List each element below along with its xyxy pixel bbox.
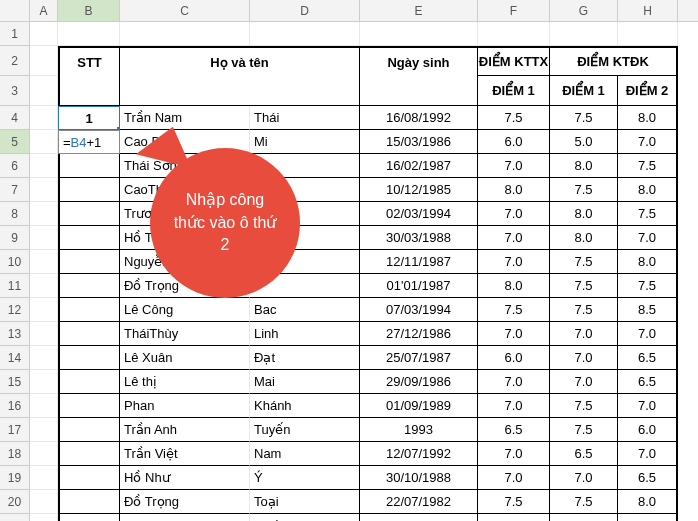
- row-header-20[interactable]: 20: [0, 490, 30, 514]
- cell-G21[interactable]: 7.0: [550, 514, 618, 521]
- cell-A11[interactable]: [30, 274, 58, 298]
- cell-H8[interactable]: 7.5: [618, 202, 678, 226]
- cell-A19[interactable]: [30, 466, 58, 490]
- cell-E14[interactable]: 25/07/1987: [360, 346, 478, 370]
- cell-F9[interactable]: 7.0: [478, 226, 550, 250]
- cell-F13[interactable]: 7.0: [478, 322, 550, 346]
- cell-G17[interactable]: 7.5: [550, 418, 618, 442]
- cell-G16[interactable]: 7.5: [550, 394, 618, 418]
- cell-F15[interactable]: 7.0: [478, 370, 550, 394]
- row-header-21[interactable]: 21: [0, 514, 30, 521]
- cell-G1[interactable]: [550, 22, 618, 46]
- cell-A14[interactable]: [30, 346, 58, 370]
- row-header-16[interactable]: 16: [0, 394, 30, 418]
- cell-H14[interactable]: 6.5: [618, 346, 678, 370]
- cell-C14[interactable]: Lê Xuân: [120, 346, 250, 370]
- cell-G15[interactable]: 7.0: [550, 370, 618, 394]
- row-header-15[interactable]: 15: [0, 370, 30, 394]
- cell-G11[interactable]: 7.5: [550, 274, 618, 298]
- cell-F19[interactable]: 7.0: [478, 466, 550, 490]
- col-header-C[interactable]: C: [120, 0, 250, 21]
- cell-E7[interactable]: 10/12/1985: [360, 178, 478, 202]
- row-header-5[interactable]: 5: [0, 130, 30, 154]
- cell-D20[interactable]: Toại: [250, 490, 360, 514]
- cell-E18[interactable]: 12/07/1992: [360, 442, 478, 466]
- cell-C12[interactable]: Lê Công: [120, 298, 250, 322]
- header-diem1-g[interactable]: ĐIỂM 1: [550, 76, 618, 106]
- row-header-10[interactable]: 10: [0, 250, 30, 274]
- cell-E5[interactable]: 15/03/1986: [360, 130, 478, 154]
- cell-C21[interactable]: Lê Công: [120, 514, 250, 521]
- cell-C17[interactable]: Trần Anh: [120, 418, 250, 442]
- cell-E3[interactable]: [360, 76, 478, 106]
- cell-H9[interactable]: 7.0: [618, 226, 678, 250]
- row-header-3[interactable]: 3: [0, 76, 30, 106]
- cell-G20[interactable]: 7.5: [550, 490, 618, 514]
- row-header-19[interactable]: 19: [0, 466, 30, 490]
- cell-E19[interactable]: 30/10/1988: [360, 466, 478, 490]
- col-header-A[interactable]: A: [30, 0, 58, 21]
- cell-H21[interactable]: 7.5: [618, 514, 678, 521]
- cell-B10[interactable]: [58, 250, 120, 274]
- row-header-18[interactable]: 18: [0, 442, 30, 466]
- cell-C15[interactable]: Lê thị: [120, 370, 250, 394]
- cell-A15[interactable]: [30, 370, 58, 394]
- row-header-7[interactable]: 7: [0, 178, 30, 202]
- cell-A4[interactable]: [30, 106, 58, 130]
- row-header-2[interactable]: 2: [0, 46, 30, 76]
- col-header-D[interactable]: D: [250, 0, 360, 21]
- cell-C20[interactable]: Đồ Trọng: [120, 490, 250, 514]
- col-header-G[interactable]: G: [550, 0, 618, 21]
- header-diem2-h[interactable]: ĐIỂM 2: [618, 76, 678, 106]
- col-header-B[interactable]: B: [58, 0, 120, 21]
- cell-E20[interactable]: 22/07/1982: [360, 490, 478, 514]
- row-header-14[interactable]: 14: [0, 346, 30, 370]
- row-header-17[interactable]: 17: [0, 418, 30, 442]
- cell-B18[interactable]: [58, 442, 120, 466]
- cell-A17[interactable]: [30, 418, 58, 442]
- cell-B12[interactable]: [58, 298, 120, 322]
- col-header-H[interactable]: H: [618, 0, 678, 21]
- cell-B1[interactable]: [58, 22, 120, 46]
- row-header-4[interactable]: 4: [0, 106, 30, 130]
- cell-A9[interactable]: [30, 226, 58, 250]
- cell-A2[interactable]: [30, 46, 58, 76]
- cell-F6[interactable]: 7.0: [478, 154, 550, 178]
- cell-C16[interactable]: Phan: [120, 394, 250, 418]
- header-stt[interactable]: STT: [58, 46, 120, 76]
- cell-E4[interactable]: 16/08/1992: [360, 106, 478, 130]
- cell-C13[interactable]: TháiThùy: [120, 322, 250, 346]
- cell-B3[interactable]: [58, 76, 120, 106]
- cell-C1[interactable]: [120, 22, 250, 46]
- cell-G6[interactable]: 8.0: [550, 154, 618, 178]
- row-header-13[interactable]: 13: [0, 322, 30, 346]
- cell-H10[interactable]: 8.0: [618, 250, 678, 274]
- cell-B19[interactable]: [58, 466, 120, 490]
- cell-H13[interactable]: 7.0: [618, 322, 678, 346]
- header-kttx[interactable]: ĐIỂM KTTX: [478, 46, 550, 76]
- cell-F5[interactable]: 6.0: [478, 130, 550, 154]
- cell-B7[interactable]: [58, 178, 120, 202]
- cell-A10[interactable]: [30, 250, 58, 274]
- cell-G13[interactable]: 7.0: [550, 322, 618, 346]
- cell-E21[interactable]: 03/11/1988: [360, 514, 478, 521]
- cell-A18[interactable]: [30, 442, 58, 466]
- cell-H12[interactable]: 8.5: [618, 298, 678, 322]
- cell-D18[interactable]: Nam: [250, 442, 360, 466]
- cell-F21[interactable]: 7.0: [478, 514, 550, 521]
- cell-G9[interactable]: 8.0: [550, 226, 618, 250]
- cell-B13[interactable]: [58, 322, 120, 346]
- cell-H18[interactable]: 7.0: [618, 442, 678, 466]
- cell-G7[interactable]: 7.5: [550, 178, 618, 202]
- corner-cell[interactable]: [0, 0, 30, 21]
- col-header-F[interactable]: F: [478, 0, 550, 21]
- cell-F14[interactable]: 6.0: [478, 346, 550, 370]
- cell-A12[interactable]: [30, 298, 58, 322]
- cell-D21[interactable]: Trường: [250, 514, 360, 521]
- cell-A5[interactable]: [30, 130, 58, 154]
- cell-E15[interactable]: 29/09/1986: [360, 370, 478, 394]
- cell-G12[interactable]: 7.5: [550, 298, 618, 322]
- row-header-8[interactable]: 8: [0, 202, 30, 226]
- cell-F7[interactable]: 8.0: [478, 178, 550, 202]
- cell-H11[interactable]: 7.5: [618, 274, 678, 298]
